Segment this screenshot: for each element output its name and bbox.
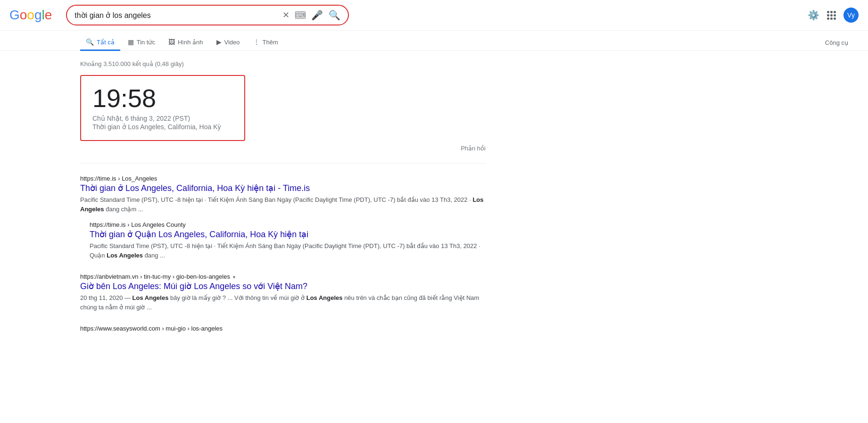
search-icon: 🔍 xyxy=(329,9,340,21)
time-widget: 19:58 Chủ Nhật, 6 tháng 3, 2022 (PST) Th… xyxy=(80,75,245,141)
logo-letter-e: e xyxy=(45,8,52,23)
video-icon: ▶ xyxy=(216,38,222,46)
search-tabs: 🔍 Tất cả ▦ Tin tức 🖼 Hình ảnh ▶ Video ⋮ … xyxy=(0,31,868,51)
sub-result-title-link[interactable]: Thời gian ở Quận Los Angeles, California… xyxy=(90,229,486,240)
dropdown-arrow-icon[interactable]: ▾ xyxy=(233,274,235,280)
settings-button[interactable]: ⚙️ xyxy=(808,9,819,21)
more-icon: ⋮ xyxy=(253,38,260,46)
tab-video-label: Video xyxy=(224,39,240,46)
images-icon: 🖼 xyxy=(168,38,175,46)
tab-more-label: Thêm xyxy=(263,39,278,46)
search-box: 🎤 🔍 xyxy=(66,5,349,25)
result-snippet: Pacific Standard Time (PST), UTC -8 hiện… xyxy=(80,195,486,214)
clear-icon xyxy=(282,10,289,20)
tab-news[interactable]: ▦ Tin tức xyxy=(122,34,161,51)
result-url: https://www.seasysworld.com › mui-gio › … xyxy=(80,325,486,332)
header: G o o g l e 🎤 🔍 ⚙️ xyxy=(0,0,868,31)
search-submit-button[interactable]: 🔍 xyxy=(329,9,340,21)
sub-result: https://time.is › Los Angeles County Thờ… xyxy=(90,221,486,260)
apps-grid-icon xyxy=(827,11,836,20)
google-logo[interactable]: G o o g l e xyxy=(9,8,52,23)
result-url: https://anbvietnam.vn › tin-tuc-my › gio… xyxy=(80,273,230,280)
avatar[interactable]: Vy xyxy=(843,8,859,23)
result-title-link[interactable]: Giờ bên Los Angeles: Múi giờ Los Angeles… xyxy=(80,281,486,291)
logo-letter-g: G xyxy=(9,8,20,23)
tab-images-label: Hình ảnh xyxy=(178,39,203,46)
all-icon: 🔍 xyxy=(86,38,94,46)
tab-video[interactable]: ▶ Video xyxy=(211,34,246,51)
tab-all-label: Tất cả xyxy=(97,39,115,46)
tools-button[interactable]: Công cụ xyxy=(819,35,854,50)
main-content: Khoảng 3.510.000 kết quả (0,48 giây) 19:… xyxy=(0,51,566,355)
voice-search-button[interactable]: 🎤 xyxy=(311,9,323,21)
result-url: https://time.is › Los_Angeles xyxy=(80,175,486,182)
news-icon: ▦ xyxy=(128,38,134,46)
feedback-area: Phản hồi xyxy=(80,145,486,152)
results-count: Khoảng 3.510.000 kết quả (0,48 giây) xyxy=(80,60,486,67)
keyboard-icon xyxy=(295,11,306,19)
result-snippet: 20 thg 11, 2020 — Los Angeles bây giờ là… xyxy=(80,293,486,312)
result-url-row: https://anbvietnam.vn › tin-tuc-my › gio… xyxy=(80,273,486,281)
logo-letter-o2: o xyxy=(27,8,34,23)
tab-all[interactable]: 🔍 Tất cả xyxy=(80,34,120,51)
search-input[interactable] xyxy=(74,11,278,19)
keyboard-button[interactable] xyxy=(295,11,306,19)
search-result: https://www.seasysworld.com › mui-gio › … xyxy=(80,325,486,332)
feedback-link[interactable]: Phản hồi xyxy=(461,145,486,152)
tab-more[interactable]: ⋮ Thêm xyxy=(248,34,284,51)
time-display: 19:58 xyxy=(92,85,233,111)
apps-button[interactable] xyxy=(827,11,836,20)
header-right: ⚙️ Vy xyxy=(808,8,859,23)
search-action-icons: 🎤 🔍 xyxy=(282,9,340,21)
mic-icon: 🎤 xyxy=(311,9,323,21)
logo-letter-o1: o xyxy=(20,8,27,23)
tab-images[interactable]: 🖼 Hình ảnh xyxy=(163,34,209,51)
result-title-link[interactable]: Thời gian ở Los Angeles, California, Hoa… xyxy=(80,183,486,193)
search-result: https://anbvietnam.vn › tin-tuc-my › gio… xyxy=(80,273,486,312)
tab-news-label: Tin tức xyxy=(137,39,155,46)
tools-area: Công cụ xyxy=(819,39,868,46)
clear-button[interactable] xyxy=(282,10,289,20)
time-date: Chủ Nhật, 6 tháng 3, 2022 (PST) xyxy=(92,115,233,122)
sub-result-url: https://time.is › Los Angeles County xyxy=(90,221,486,228)
logo-letter-g2: g xyxy=(34,8,42,23)
time-location: Thời gian ở Los Angeles, California, Hoa… xyxy=(92,123,233,131)
search-result: https://time.is › Los_Angeles Thời gian … xyxy=(80,175,486,260)
sub-result-snippet: Pacific Standard Time (PST), UTC -8 hiện… xyxy=(90,241,486,260)
divider xyxy=(80,163,486,164)
